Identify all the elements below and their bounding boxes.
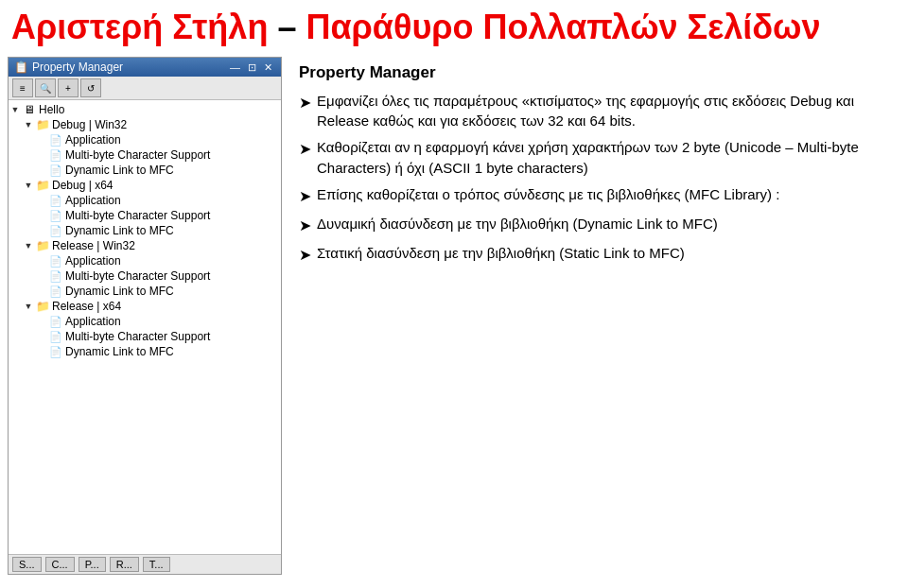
tree-node-icon: 📁 [35,239,50,252]
tree-arrow-icon: ▼ [22,179,35,192]
tree-node-icon: 📄 [48,194,63,207]
bullet-arrow-icon: ➤ [299,92,311,114]
pm-btn-c[interactable]: C... [45,557,75,572]
tree-node-icon: 📄 [48,209,63,222]
bullet-arrow-icon: ➤ [299,185,311,208]
title-left: Αριστερή Στήλη [11,8,268,46]
bullet-arrow-icon: ➤ [299,138,311,161]
bullet-arrow-icon: ➤ [299,244,311,267]
pm-toolbar-btn-2[interactable]: 🔍 [35,78,56,97]
tree-item[interactable]: 📄Application [9,314,281,329]
bullet-item: ➤Δυναμική διασύνδεση με την βιβλιοθήκη (… [299,214,893,237]
bullet-text: Εμφανίζει όλες τις παραμέτρους «κτισίματ… [317,91,893,132]
tree-item[interactable]: 📄Dynamic Link to MFC [9,163,281,178]
tree-item[interactable]: ▼🖥Hello [9,102,281,117]
bullet-text: Καθορίζεται αν η εφαρμογή κάνει χρήση χα… [317,137,893,179]
pm-title-label: Property Manager [32,61,123,74]
tree-item[interactable]: ▼📁Release | Win32 [9,238,281,253]
tree-node-icon: 📄 [48,330,63,343]
title-right: Παράθυρο Πολλαπλών Σελίδων [306,8,820,46]
tree-node-icon: 📄 [48,164,63,177]
tree-arrow-icon: ▼ [22,239,35,252]
tree-node-label: Application [65,254,121,268]
tree-node-label: Debug | x64 [52,179,114,192]
property-manager-panel: 📋 Property Manager — ⊡ ✕ ≡ 🔍 + ↺ ▼🖥Hello… [8,57,282,575]
tree-arrow-icon: ▼ [9,103,22,116]
tree-node-label: Multi-byte Character Support [65,148,210,162]
tree-item[interactable]: 📄Application [9,193,281,208]
pm-minimize-btn[interactable]: — [227,61,243,74]
tree-item[interactable]: 📄Dynamic Link to MFC [9,284,281,299]
tree-node-icon: 📄 [48,269,63,283]
tree-arrow-icon: ▼ [22,300,35,313]
tree-arrow-icon: ▼ [22,118,35,131]
bullet-text: Επίσης καθορίζεται ο τρόπος σύνδεσης με … [317,184,779,205]
tree-node-label: Dynamic Link to MFC [65,164,174,177]
tree-node-label: Debug | Win32 [52,118,127,131]
pm-toolbar: ≡ 🔍 + ↺ [9,77,281,100]
tree-node-icon: 📄 [48,315,63,328]
tree-item[interactable]: 📄Multi-byte Character Support [9,208,281,223]
tree-node-label: Application [65,315,121,328]
bullet-item: ➤Εμφανίζει όλες τις παραμέτρους «κτισίμα… [299,91,893,132]
bullet-item: ➤Στατική διασύνδεση με την βιβλιοθήκη (S… [299,243,893,267]
tree-node-icon: 📄 [48,148,63,162]
pm-btn-t[interactable]: T... [143,557,170,572]
tree-item[interactable]: 📄Application [9,132,281,147]
pm-titlebar-controls: — ⊡ ✕ [227,61,275,74]
tree-item[interactable]: ▼📁Debug | Win32 [9,117,281,132]
tree-item[interactable]: 📄Application [9,253,281,268]
tree-node-label: Release | Win32 [52,239,135,252]
bullet-text: Στατική διασύνδεση με την βιβλιοθήκη (St… [317,243,685,264]
tree-node-label: Multi-byte Character Support [65,330,210,343]
tree-node-label: Hello [39,103,64,116]
tree-node-icon: 📄 [48,345,63,358]
tree-node-icon: 📁 [35,118,50,131]
pm-restore-btn[interactable]: ⊡ [245,61,259,74]
tree-item[interactable]: 📄Multi-byte Character Support [9,268,281,284]
content-area: 📋 Property Manager — ⊡ ✕ ≡ 🔍 + ↺ ▼🖥Hello… [0,51,908,582]
tree-node-icon: 📄 [48,254,63,268]
tree-node-icon: 📁 [35,300,50,313]
tree-node-label: Application [65,194,121,207]
tree-node-label: Multi-byte Character Support [65,209,210,222]
pm-close-btn[interactable]: ✕ [261,61,275,74]
tree-node-label: Multi-byte Character Support [65,269,210,283]
pm-tree: ▼🖥Hello▼📁Debug | Win32📄Application📄Multi… [9,100,281,554]
tree-node-icon: 📄 [48,133,63,147]
tree-node-label: Dynamic Link to MFC [65,224,174,237]
tree-node-icon: 📄 [48,285,63,298]
pm-titlebar: 📋 Property Manager — ⊡ ✕ [9,58,281,77]
tree-item[interactable]: 📄Dynamic Link to MFC [9,223,281,238]
title-bar: Αριστερή Στήλη – Παράθυρο Πολλαπλών Σελί… [0,0,908,51]
tree-item[interactable]: 📄Dynamic Link to MFC [9,344,281,359]
pm-btn-s[interactable]: S... [12,557,42,572]
tree-node-icon: 📄 [48,224,63,237]
pm-title-icon: 📋 [14,61,28,74]
page-title: Αριστερή Στήλη – Παράθυρο Πολλαπλών Σελί… [11,8,897,47]
bullets-list: ➤Εμφανίζει όλες τις παραμέτρους «κτισίμα… [299,91,893,267]
pm-btn-r[interactable]: R... [110,557,139,572]
tree-node-label: Release | x64 [52,300,121,313]
pm-toolbar-btn-4[interactable]: ↺ [80,78,101,97]
right-heading: Property Manager [299,61,893,85]
pm-toolbar-btn-1[interactable]: ≡ [12,78,33,97]
tree-item[interactable]: ▼📁Release | x64 [9,299,281,314]
bullet-text: Δυναμική διασύνδεση με την βιβλιοθήκη (D… [317,214,718,234]
tree-item[interactable]: 📄Multi-byte Character Support [9,147,281,163]
tree-node-label: Dynamic Link to MFC [65,285,174,298]
tree-node-label: Application [65,133,121,147]
pm-bottom-toolbar: S... C... P... R... T... [9,554,281,574]
tree-node-icon: 🖥 [22,103,37,116]
bullet-item: ➤Καθορίζεται αν η εφαρμογή κάνει χρήση χ… [299,137,893,179]
pm-titlebar-left: 📋 Property Manager [14,61,123,74]
tree-node-label: Dynamic Link to MFC [65,345,174,358]
bullet-item: ➤Επίσης καθορίζεται ο τρόπος σύνδεσης με… [299,184,893,208]
tree-item[interactable]: ▼📁Debug | x64 [9,178,281,193]
bullet-arrow-icon: ➤ [299,215,311,237]
tree-item[interactable]: 📄Multi-byte Character Support [9,329,281,344]
pm-toolbar-btn-3[interactable]: + [58,78,79,97]
tree-node-icon: 📁 [35,179,50,192]
pm-btn-p[interactable]: P... [79,557,106,572]
right-panel: Property Manager ➤Εμφανίζει όλες τις παρ… [289,51,908,582]
